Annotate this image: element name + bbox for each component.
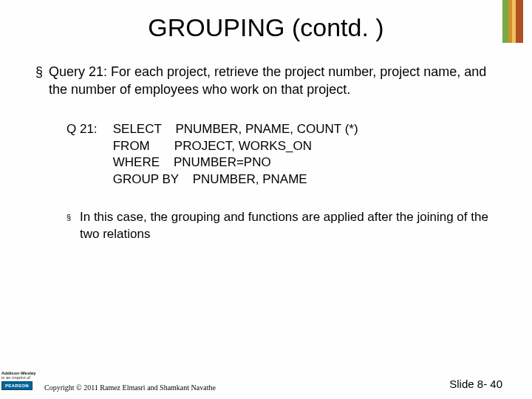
slide-number: Slide 8- 40: [449, 378, 502, 390]
copyright-text: Copyright © 2011 Ramez Elmasri and Shamk…: [44, 383, 216, 392]
imprint-text: is an imprint of: [1, 375, 38, 380]
publisher-logo: Addison-Wesley is an imprint of PEARSON: [1, 371, 38, 390]
slide-title: GROUPING (contd. ): [0, 0, 532, 42]
query-label: Q 21:: [66, 121, 109, 138]
pearson-badge: PEARSON: [1, 381, 33, 390]
sub-bullet-list: In this case, the grouping and functions…: [35, 209, 502, 243]
content-area: Query 21: For each project, retrieve the…: [0, 42, 532, 243]
query-block: Q 21: SELECT PNUMBER, PNAME, COUNT (*) F…: [66, 121, 502, 189]
query-sql: SELECT PNUMBER, PNAME, COUNT (*) FROM PR…: [113, 121, 358, 189]
corner-stripe: [502, 0, 523, 43]
bullet-item: Query 21: For each project, retrieve the…: [49, 63, 502, 99]
sub-bullet-item: In this case, the grouping and functions…: [80, 209, 502, 243]
slide: GROUPING (contd. ) Query 21: For each pr…: [0, 0, 532, 399]
footer: Addison-Wesley is an imprint of PEARSON …: [0, 374, 532, 399]
bullet-list: Query 21: For each project, retrieve the…: [35, 63, 502, 99]
